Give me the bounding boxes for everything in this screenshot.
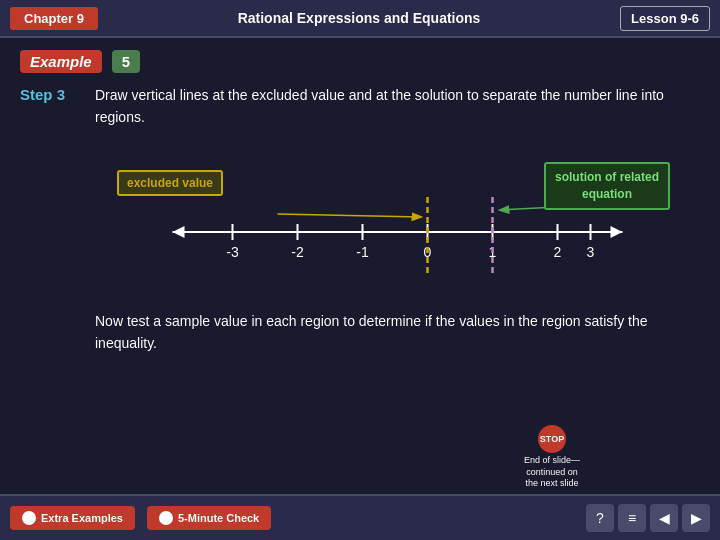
prev-button[interactable]: ◀ [650,504,678,532]
nav-buttons: ? ≡ ◀ ▶ [586,504,710,532]
step3-label: Step 3 [20,86,95,103]
five-minute-check-button[interactable]: 5-Minute Check [147,506,271,530]
step3-text: Draw vertical lines at the excluded valu… [95,85,700,128]
header-title: Rational Expressions and Equations [98,10,620,26]
five-minute-icon [159,511,173,525]
diagram-area: excluded value solution of relatedequati… [95,142,700,297]
header: Chapter 9 Rational Expressions and Equat… [0,0,720,38]
menu-button[interactable]: ≡ [618,504,646,532]
svg-text:3: 3 [587,244,595,260]
bottom-bar: Extra Examples 5-Minute Check ? ≡ ◀ ▶ [0,494,720,540]
svg-marker-1 [173,226,185,238]
example-number: 5 [112,50,140,73]
extra-examples-icon [22,511,36,525]
svg-text:-3: -3 [226,244,239,260]
end-of-slide: STOP End of slide— continued on the next… [524,425,580,490]
example-row: Example 5 [20,50,700,73]
help-button[interactable]: ? [586,504,614,532]
svg-text:-1: -1 [356,244,369,260]
excluded-value-label: excluded value [117,170,223,196]
main-content: Example 5 Step 3 Draw vertical lines at … [0,38,720,494]
svg-line-19 [278,214,421,217]
step3-row: Step 3 Draw vertical lines at the exclud… [20,85,700,128]
svg-marker-2 [611,226,623,238]
extra-examples-button[interactable]: Extra Examples [10,506,135,530]
next-button[interactable]: ▶ [682,504,710,532]
solution-label: solution of relatedequation [544,162,670,210]
example-badge: Example [20,50,102,73]
chapter-badge: Chapter 9 [10,7,98,30]
end-of-slide-badge: STOP [538,425,566,453]
lesson-badge: Lesson 9-6 [620,6,710,31]
end-of-slide-text: End of slide— continued on the next slid… [524,455,580,490]
svg-text:-2: -2 [291,244,304,260]
now-test-text: Now test a sample value in each region t… [95,311,700,354]
svg-text:2: 2 [554,244,562,260]
